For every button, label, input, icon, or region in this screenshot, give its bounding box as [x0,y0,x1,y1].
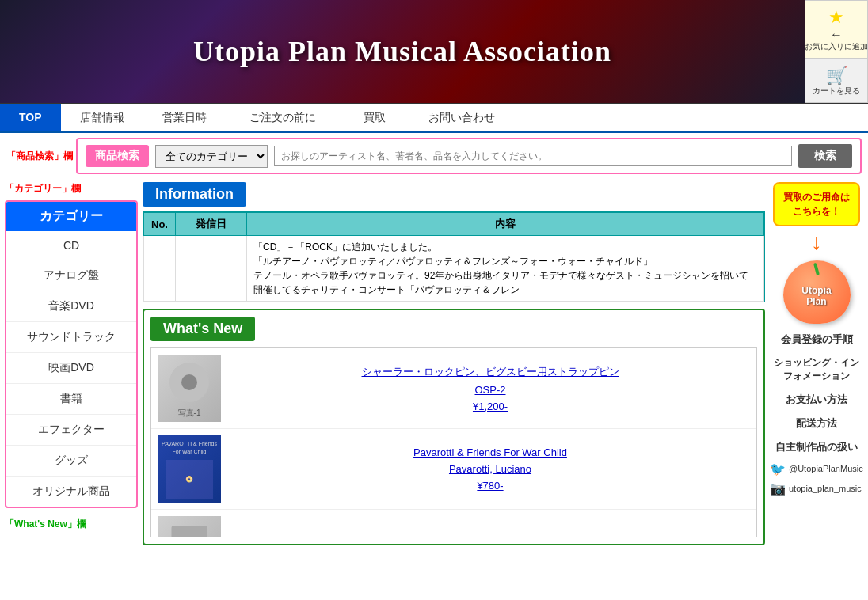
favorite-label: お気に入りに追加 [805,42,868,51]
category-box: カテゴリー CD アナログ盤 音楽DVD サウンドトラック 映画DVD 書籍 エ… [5,200,138,508]
down-arrow-icon: ↓ [811,231,822,253]
product-thumb-1: 写真-1 [158,355,221,422]
favorite-button[interactable]: ★ ← お気に入りに追加 [805,0,868,59]
thumb-label-1: 写真-1 [178,408,201,419]
table-row: 「CD」－「ROCK」に追加いたしました。「ルチアーノ・パヴァロッティ／パヴァロ… [144,236,764,302]
header: Utopia Plan Musical Association ★ ← お気に入… [0,0,868,104]
logo-text: Utopia Plan Musical Association [193,35,611,68]
main-content: 「カテゴリー」欄 カテゴリー CD アナログ盤 音楽DVD サウンドトラック 映… [0,179,868,549]
product-list: 写真-1 シャーラー・ロックピン、ビグスビー用ストラップピン OSP-2 ¥1,… [150,347,757,537]
search-section-label: 「商品検索」欄 [6,150,73,163]
row-content: 「CD」－「ROCK」に追加いたしました。「ルチアーノ・パヴァロッティ／パヴァロ… [247,236,764,302]
category-item-books[interactable]: 書籍 [6,384,136,415]
col-no: No. [144,213,176,236]
product-item-3: 写真-3 シャーラー・ロックピン用ストラップピン [151,510,756,537]
product-code-link-2[interactable]: Pavarotti, Luciano [230,463,750,475]
twitter-link[interactable]: 🐦 @UtopiaPlanMusic [770,461,863,477]
instagram-handle: utopia_plan_music [789,484,862,493]
search-box: 商品検索 全てのカテゴリー CD アナログ盤 音楽DVD サウンドトラック 映画… [76,138,862,174]
whats-new-title: What's New [150,317,255,341]
information-title: Information [143,182,246,207]
star-icon: ★ [828,7,844,28]
category-title: カテゴリー [6,202,136,231]
right-link-shopping-info[interactable]: ショッピング・インフォメーション [770,354,863,385]
navigation: TOP 店舗情報 営業日時 ご注文の前に 買取 お問い合わせ [0,104,868,133]
center-content: Information No. 発信日 内容 「CD [143,182,765,545]
right-link-delivery[interactable]: 配送方法 [796,414,837,433]
col-date: 発信日 [176,213,247,236]
information-table-wrapper: No. 発信日 内容 「CD」－「ROCK」に追加いたしました。「ルチアーノ・パ… [143,211,765,302]
instagram-link[interactable]: 📷 utopia_plan_music [770,481,863,496]
brand-logo: Utopia Plan [777,258,856,325]
category-item-analog[interactable]: アナログ盤 [6,260,136,291]
search-section-wrapper: 「商品検索」欄 商品検索 全てのカテゴリー CD アナログ盤 音楽DVD サウン… [0,133,868,179]
whats-new-section: What's New 写真-1 シャーラー・ロックピン、ビグスビー用ストラップピ… [143,309,765,545]
category-item-movie-dvd[interactable]: 映画DVD [6,353,136,384]
product-code-link-1[interactable]: OSP-2 [230,384,750,396]
search-input[interactable] [274,146,792,166]
category-annotation: 「カテゴリー」欄 [5,182,138,196]
nav-item-top[interactable]: TOP [0,104,61,131]
product-price-link-2[interactable]: ¥780- [230,480,750,492]
information-table: No. 発信日 内容 「CD」－「ROCK」に追加いたしました。「ルチアーノ・パ… [143,212,764,302]
nav-item-buyback[interactable]: 買取 [340,104,409,131]
col-content: 内容 [247,213,764,236]
buyback-button[interactable]: 買取のご用命はこちらを！ [773,182,860,226]
cart-button[interactable]: 🛒 カートを見る [805,59,868,103]
search-label-badge: 商品検索 [86,145,149,167]
product-info-1: シャーラー・ロックピン、ビグスビー用ストラップピン OSP-2 ¥1,200- [230,365,750,412]
right-link-membership[interactable]: 会員登録の手順 [781,330,853,349]
category-item-goods[interactable]: グッズ [6,446,136,477]
back-arrow-icon: ← [830,28,843,42]
right-sidebar: 買取のご用命はこちらを！ ↓ Utopia Plan 会員登録の手順 ショッピン… [770,182,863,545]
category-item-original[interactable]: オリジナル商品 [6,477,136,507]
cart-icon: 🛒 [826,66,847,86]
nav-item-hours[interactable]: 営業日時 [143,104,226,131]
search-button[interactable]: 検索 [798,144,852,168]
category-item-soundtrack[interactable]: サウンドトラック [6,322,136,353]
left-sidebar: 「カテゴリー」欄 カテゴリー CD アナログ盤 音楽DVD サウンドトラック 映… [5,182,138,545]
category-select[interactable]: 全てのカテゴリー CD アナログ盤 音楽DVD サウンドトラック 映画DVD 書… [155,145,268,168]
category-item-music-dvd[interactable]: 音楽DVD [6,291,136,322]
product-item-2: PAVAROTTI & Friends For War Child 📀 Pava… [151,429,756,510]
twitter-icon: 🐦 [770,461,786,477]
nav-item-before-order[interactable]: ご注文の前に [226,104,340,131]
row-no [144,236,176,302]
whats-new-annotation: 「What's New」欄 [5,518,138,531]
product-thumb-2: PAVAROTTI & Friends For War Child 📀 [158,435,221,503]
product-name-link-1[interactable]: シャーラー・ロックピン、ビグスビー用ストラップピン [230,365,750,379]
instagram-icon: 📷 [770,481,786,496]
product-name-link-2[interactable]: Pavarotti & Friends For War Child [230,446,750,458]
nav-item-contact[interactable]: お問い合わせ [409,104,514,131]
right-link-indie[interactable]: 自主制作品の扱い [775,438,858,457]
product-info-2: Pavarotti & Friends For War Child Pavaro… [230,446,750,492]
header-actions: ★ ← お気に入りに追加 🛒 カートを見る [805,0,868,103]
row-date [176,236,247,302]
cart-label: カートを見る [813,86,860,96]
information-section: Information No. 発信日 内容 「CD [143,182,765,302]
nav-item-store[interactable]: 店舗情報 [61,104,143,131]
header-logo: Utopia Plan Musical Association [0,0,805,103]
twitter-handle: @UtopiaPlanMusic [789,464,863,473]
product-price-link-1[interactable]: ¥1,200- [230,401,750,412]
product-item-1: 写真-1 シャーラー・ロックピン、ビグスビー用ストラップピン OSP-2 ¥1,… [151,348,756,429]
category-item-cd[interactable]: CD [6,231,136,260]
right-link-payment[interactable]: お支払い方法 [786,390,847,409]
product-thumb-3: 写真-3 [158,516,221,537]
category-item-effector[interactable]: エフェクター [6,415,136,446]
